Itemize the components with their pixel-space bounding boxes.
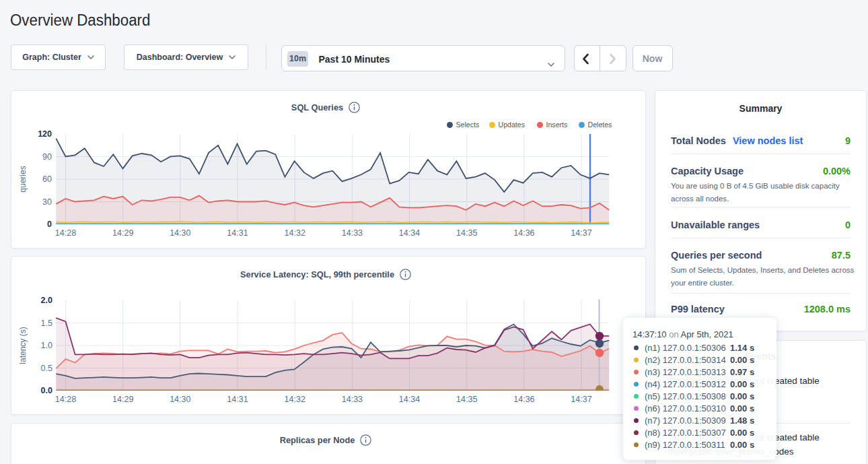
svg-text:14:37: 14:37	[571, 395, 591, 404]
svg-text:60: 60	[42, 174, 52, 184]
svg-text:14:37: 14:37	[571, 228, 591, 238]
svg-text:14:36: 14:36	[513, 228, 534, 238]
svg-text:14:33: 14:33	[342, 395, 363, 404]
svg-text:2.0: 2.0	[41, 296, 52, 305]
svg-text:14:35: 14:35	[456, 228, 477, 238]
svg-text:14:34: 14:34	[399, 395, 420, 404]
svg-text:14:31: 14:31	[227, 395, 248, 404]
svg-text:14:30: 14:30	[170, 395, 190, 404]
svg-text:14:29: 14:29	[112, 395, 133, 404]
svg-text:14:28: 14:28	[55, 395, 76, 404]
svg-text:0: 0	[47, 220, 52, 229]
svg-text:14:36: 14:36	[513, 395, 534, 404]
svg-text:14:28: 14:28	[55, 228, 76, 238]
svg-text:120: 120	[38, 129, 52, 139]
svg-text:1.0: 1.0	[41, 341, 52, 350]
svg-text:14:32: 14:32	[285, 395, 305, 404]
svg-text:14:31: 14:31	[227, 228, 248, 238]
svg-text:14:34: 14:34	[399, 228, 420, 238]
svg-text:14:35: 14:35	[456, 395, 477, 404]
svg-text:30: 30	[42, 197, 52, 207]
svg-text:queries: queries	[18, 166, 28, 192]
svg-text:1.5: 1.5	[41, 319, 52, 328]
svg-text:14:33: 14:33	[342, 228, 363, 238]
svg-text:0.5: 0.5	[41, 364, 52, 373]
svg-text:90: 90	[42, 152, 52, 162]
svg-text:0.0: 0.0	[41, 386, 52, 395]
svg-text:14:29: 14:29	[112, 228, 133, 238]
svg-text:14:32: 14:32	[285, 228, 305, 238]
svg-text:latency (s): latency (s)	[18, 327, 28, 364]
svg-text:14:30: 14:30	[170, 228, 190, 238]
